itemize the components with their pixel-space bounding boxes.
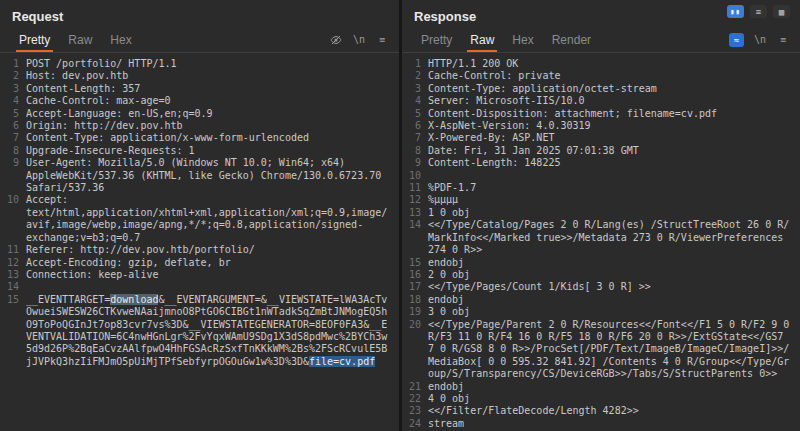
line-text: Content-Length: 148225	[428, 157, 800, 169]
request-tabs: PrettyRawHex	[10, 27, 141, 52]
code-line: 12Accept-Encoding: gzip, deflate, br	[0, 257, 399, 269]
line-number: 11	[402, 182, 428, 194]
line-number: 9	[0, 157, 26, 194]
code-line: 4Cache-Control: max-age=0	[0, 95, 399, 107]
code-line: 11%PDF-1.7	[402, 182, 800, 194]
code-line: 14<</Type/Catalog/Pages 2 0 R/Lang(es) /…	[402, 219, 800, 256]
eye-off-icon[interactable]	[329, 33, 343, 47]
line-text: %PDF-1.7	[428, 182, 800, 194]
request-panel: Request PrettyRawHex \n ≡ 1POST /portfol…	[0, 0, 399, 431]
code-line: 6Origin: http://dev.pov.htb	[0, 120, 399, 132]
newline-toggle-icon[interactable]: \n	[753, 33, 767, 47]
line-number: 6	[402, 120, 428, 132]
line-text: 2 0 obj	[428, 269, 800, 281]
line-number: 12	[402, 194, 428, 206]
line-number: 2	[402, 70, 428, 82]
line-text: stream	[428, 418, 800, 430]
request-editor[interactable]: 1POST /portfolio/ HTTP/1.12Host: dev.pov…	[0, 53, 399, 431]
line-text: <</Filter/FlateDecode/Length 4282>>	[428, 405, 800, 417]
code-line: 3Content-Type: application/octet-stream	[402, 83, 800, 95]
code-line: 6X-AspNet-Version: 4.0.30319	[402, 120, 800, 132]
code-line: 7X-Powered-By: ASP.NET	[402, 132, 800, 144]
beautify-icon[interactable]: ≈	[729, 33, 744, 47]
code-line: 1POST /portfolio/ HTTP/1.1	[0, 58, 399, 70]
line-number: 8	[402, 145, 428, 157]
code-line: 14	[0, 281, 399, 293]
newline-toggle-icon[interactable]: \n	[352, 33, 366, 47]
line-text: Upgrade-Insecure-Requests: 1	[26, 145, 399, 157]
code-line: 5Content-Disposition: attachment; filena…	[402, 108, 800, 120]
line-text: X-Powered-By: ASP.NET	[428, 132, 800, 144]
line-number: 6	[0, 120, 26, 132]
layout-icon[interactable]: ▦	[773, 5, 790, 18]
code-line: 9User-Agent: Mozilla/5.0 (Windows NT 10.…	[0, 157, 399, 194]
line-number: 2	[0, 70, 26, 82]
editor-menu-icon[interactable]: ≡	[776, 33, 790, 47]
line-text: Origin: http://dev.pov.htb	[26, 120, 399, 132]
code-line: 193 0 obj	[402, 306, 800, 318]
code-line: 2Cache-Control: private	[402, 70, 800, 82]
line-number: 1	[0, 58, 26, 70]
code-line: 15endobj	[402, 257, 800, 269]
line-number: 22	[402, 393, 428, 405]
response-editor[interactable]: 1HTTP/1.1 200 OK2Cache-Control: private3…	[402, 53, 800, 431]
line-number: 24	[402, 418, 428, 430]
code-line: 224 0 obj	[402, 393, 800, 405]
code-line: 4Server: Microsoft-IIS/10.0	[402, 95, 800, 107]
code-line: 3Content-Length: 357	[0, 83, 399, 95]
request-tab-icons: \n ≡	[329, 27, 389, 52]
code-line: 8Date: Fri, 31 Jan 2025 07:01:38 GMT	[402, 145, 800, 157]
line-number: 4	[402, 95, 428, 107]
line-number: 10	[402, 170, 428, 182]
code-line: 2Host: dev.pov.htb	[0, 70, 399, 82]
line-text	[428, 170, 800, 182]
line-text: Cache-Control: max-age=0	[26, 95, 399, 107]
line-number: 19	[402, 306, 428, 318]
line-text: Connection: keep-alive	[26, 269, 399, 281]
line-text	[26, 281, 399, 293]
response-tabrow: PrettyRawHexRender ≈ \n ≡	[402, 27, 800, 53]
line-number: 15	[402, 257, 428, 269]
line-number: 4	[0, 95, 26, 107]
code-line: 20<</Type/Page/Parent 2 0 R/Resources<</…	[402, 319, 800, 381]
line-number: 7	[402, 132, 428, 144]
code-line: 9Content-Length: 148225	[402, 157, 800, 169]
line-number: 23	[402, 405, 428, 417]
tab-pretty[interactable]: Pretty	[412, 27, 461, 52]
code-line: 24stream	[402, 418, 800, 430]
line-number: 8	[0, 145, 26, 157]
menu-icon[interactable]: ≡	[750, 5, 767, 18]
line-number: 16	[402, 269, 428, 281]
line-text: endobj	[428, 257, 800, 269]
line-text: Date: Fri, 31 Jan 2025 07:01:38 GMT	[428, 145, 800, 157]
line-text: %µµµµ	[428, 194, 800, 206]
line-text: __EVENTTARGET=download&__EVENTARGUMENT=&…	[26, 294, 399, 368]
line-text: 3 0 obj	[428, 306, 800, 318]
window-controls: ▮▮ ≡ ▦	[727, 5, 790, 18]
tab-raw[interactable]: Raw	[59, 27, 101, 52]
code-line: 21endobj	[402, 381, 800, 393]
tab-hex[interactable]: Hex	[101, 27, 140, 52]
line-text: <</Type/Page/Parent 2 0 R/Resources<</Fo…	[428, 319, 800, 381]
tab-raw[interactable]: Raw	[461, 27, 503, 52]
line-text: Content-Type: application/x-www-form-url…	[26, 132, 399, 144]
code-line: 10Accept: text/html,application/xhtml+xm…	[0, 194, 399, 244]
tab-pretty[interactable]: Pretty	[10, 27, 59, 52]
line-number: 3	[402, 83, 428, 95]
line-number: 11	[0, 244, 26, 256]
line-text: <</Type/Pages/Count 1/Kids[ 3 0 R] >>	[428, 281, 800, 293]
line-text: Content-Type: application/octet-stream	[428, 83, 800, 95]
code-line: 23<</Filter/FlateDecode/Length 4282>>	[402, 405, 800, 417]
code-line: 17<</Type/Pages/Count 1/Kids[ 3 0 R] >>	[402, 281, 800, 293]
editor-menu-icon[interactable]: ≡	[375, 33, 389, 47]
code-line: 13Connection: keep-alive	[0, 269, 399, 281]
pause-icon[interactable]: ▮▮	[727, 5, 744, 18]
line-number: 17	[402, 281, 428, 293]
tab-hex[interactable]: Hex	[503, 27, 542, 52]
request-title: Request	[0, 0, 399, 27]
tab-render[interactable]: Render	[543, 27, 600, 52]
line-text: HTTP/1.1 200 OK	[428, 58, 800, 70]
line-text: 1 0 obj	[428, 207, 800, 219]
line-text: endobj	[428, 294, 800, 306]
code-line: 15__EVENTTARGET=download&__EVENTARGUMENT…	[0, 294, 399, 368]
